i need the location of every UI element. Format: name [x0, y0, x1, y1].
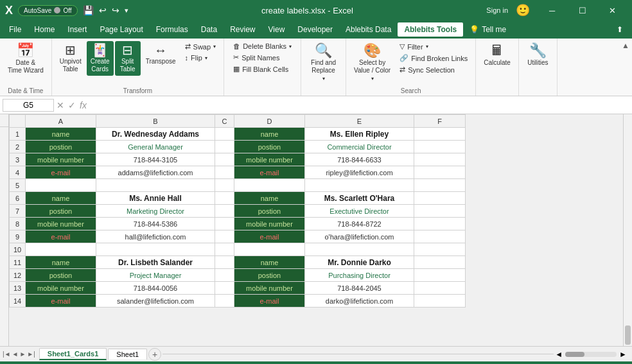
- cell-B7[interactable]: Marketing Director: [96, 205, 215, 218]
- sheet-nav-last[interactable]: ►|: [27, 351, 35, 358]
- date-time-wizard-button[interactable]: 📅 Date &Time Wizard: [4, 41, 48, 77]
- cell-E6[interactable]: Ms. Scarlett O'Hara: [305, 192, 414, 205]
- calculate-button[interactable]: 🖩 Calculate: [480, 41, 514, 69]
- cell-C11[interactable]: [215, 256, 234, 269]
- quick-access-more[interactable]: ▾: [125, 6, 128, 15]
- create-cards-button[interactable]: 🃏 CreateCards: [87, 41, 114, 76]
- cell-C12[interactable]: [215, 269, 234, 282]
- cell-F11[interactable]: [414, 256, 466, 269]
- sheet-nav-next[interactable]: ►: [19, 351, 26, 358]
- cell-A11[interactable]: name: [26, 256, 96, 269]
- sheet-nav-first[interactable]: |◄: [3, 351, 11, 358]
- cancel-formula-icon[interactable]: ✕: [57, 100, 64, 110]
- cell-B1[interactable]: Dr. Wednesday Addams: [96, 128, 215, 141]
- formula-input[interactable]: [91, 101, 629, 110]
- swap-button[interactable]: ⇄ Swap ▾: [181, 41, 220, 52]
- cell-F14[interactable]: [414, 295, 466, 308]
- cell-C14[interactable]: [215, 295, 234, 308]
- col-header-d[interactable]: D: [234, 115, 305, 128]
- cell-B11[interactable]: Dr. Lisbeth Salander: [96, 256, 215, 269]
- cell-C3[interactable]: [215, 153, 234, 166]
- cell-E9[interactable]: o'hara@lifefiction.com: [305, 230, 414, 243]
- cell-reference-input[interactable]: [3, 99, 54, 112]
- cell-F1[interactable]: [414, 128, 466, 141]
- ribbon-collapse-icon[interactable]: ▲: [622, 41, 629, 50]
- cell-A4[interactable]: e-mail: [26, 166, 96, 179]
- cell-C2[interactable]: [215, 141, 234, 153]
- cell-D4[interactable]: e-mail: [234, 166, 305, 179]
- col-header-c[interactable]: C: [215, 115, 234, 128]
- cell-E12[interactable]: Purchasing Director: [305, 269, 414, 282]
- filter-button[interactable]: ▽ Filter ▾: [396, 41, 471, 52]
- save-icon[interactable]: 💾: [83, 5, 94, 15]
- cell-D6[interactable]: name: [234, 192, 305, 205]
- cell-E1[interactable]: Ms. Ellen Ripley: [305, 128, 414, 141]
- cell-C4[interactable]: [215, 166, 234, 179]
- menu-file[interactable]: File: [3, 22, 28, 37]
- cell-F2[interactable]: [414, 141, 466, 153]
- cell-A7[interactable]: postion: [26, 205, 96, 218]
- cell-A8[interactable]: mobile number: [26, 218, 96, 230]
- find-broken-links-button[interactable]: 🔗 Find Broken Links: [396, 53, 471, 64]
- col-header-f[interactable]: F: [414, 115, 466, 128]
- close-button[interactable]: ✕: [598, 0, 627, 21]
- cell-D3[interactable]: mobile number: [234, 153, 305, 166]
- cell-E8[interactable]: 718-844-8722: [305, 218, 414, 230]
- cell-B4[interactable]: addams@lifefiction.com: [96, 166, 215, 179]
- cell-A14[interactable]: e-mail: [26, 295, 96, 308]
- col-header-a[interactable]: A: [26, 115, 96, 128]
- menu-review[interactable]: Review: [224, 22, 261, 37]
- cell-D1[interactable]: name: [234, 128, 305, 141]
- add-sheet-button[interactable]: +: [148, 348, 161, 361]
- h-scrollbar-track[interactable]: [565, 352, 617, 357]
- undo-icon[interactable]: ↩: [99, 5, 107, 15]
- cell-D8[interactable]: mobile number: [234, 218, 305, 230]
- scroll-right-btn[interactable]: ►: [619, 350, 627, 359]
- cell-E10[interactable]: [305, 243, 414, 256]
- cell-B13[interactable]: 718-844-0056: [96, 282, 215, 295]
- cell-C8[interactable]: [215, 218, 234, 230]
- cell-D13[interactable]: mobile number: [234, 282, 305, 295]
- cell-A3[interactable]: mobile number: [26, 153, 96, 166]
- cell-A10[interactable]: [26, 243, 96, 256]
- cell-A2[interactable]: postion: [26, 141, 96, 153]
- cell-A13[interactable]: mobile number: [26, 282, 96, 295]
- redo-icon[interactable]: ↪: [112, 5, 119, 15]
- cell-F10[interactable]: [414, 243, 466, 256]
- sign-in-button[interactable]: Sign in: [486, 6, 508, 14]
- cell-E4[interactable]: ripley@lifefiction.com: [305, 166, 414, 179]
- menu-home[interactable]: Home: [28, 22, 61, 37]
- menu-ablebits-tools[interactable]: Ablebits Tools: [398, 22, 463, 37]
- menu-data[interactable]: Data: [195, 22, 224, 37]
- cell-D9[interactable]: e-mail: [234, 230, 305, 243]
- cell-B8[interactable]: 718-844-5386: [96, 218, 215, 230]
- cell-A5[interactable]: [26, 179, 96, 192]
- minimize-button[interactable]: ─: [538, 0, 566, 21]
- delete-blanks-button[interactable]: 🗑 Delete Blanks ▾: [229, 41, 295, 51]
- cell-C6[interactable]: [215, 192, 234, 205]
- flip-button[interactable]: ↕ Flip ▾: [181, 53, 220, 63]
- autosave-toggle[interactable]: AutoSave Off: [18, 5, 78, 16]
- cell-B3[interactable]: 718-844-3105: [96, 153, 215, 166]
- col-header-b[interactable]: B: [96, 115, 215, 128]
- sheet-nav-prev[interactable]: ◄: [12, 351, 19, 358]
- cell-B10[interactable]: [96, 243, 215, 256]
- cell-A1[interactable]: name: [26, 128, 96, 141]
- cell-D11[interactable]: name: [234, 256, 305, 269]
- cell-E3[interactable]: 718-844-6633: [305, 153, 414, 166]
- sheet-tab-cards[interactable]: Sheet1_Cards1: [39, 348, 107, 360]
- menu-developer[interactable]: Developer: [291, 22, 339, 37]
- cell-F13[interactable]: [414, 282, 466, 295]
- col-header-e[interactable]: E: [305, 115, 414, 128]
- menu-insert[interactable]: Insert: [61, 22, 93, 37]
- cell-A12[interactable]: postion: [26, 269, 96, 282]
- menu-view[interactable]: View: [262, 22, 292, 37]
- cell-F9[interactable]: [414, 230, 466, 243]
- split-names-button[interactable]: ✂ Split Names: [229, 52, 295, 63]
- select-by-value-button[interactable]: 🎨 Select byValue / Color ▾: [350, 41, 394, 84]
- cell-C13[interactable]: [215, 282, 234, 295]
- sheet-tab-main[interactable]: Sheet1: [108, 349, 147, 360]
- cell-C5[interactable]: [215, 179, 234, 192]
- cell-F7[interactable]: [414, 205, 466, 218]
- cell-F12[interactable]: [414, 269, 466, 282]
